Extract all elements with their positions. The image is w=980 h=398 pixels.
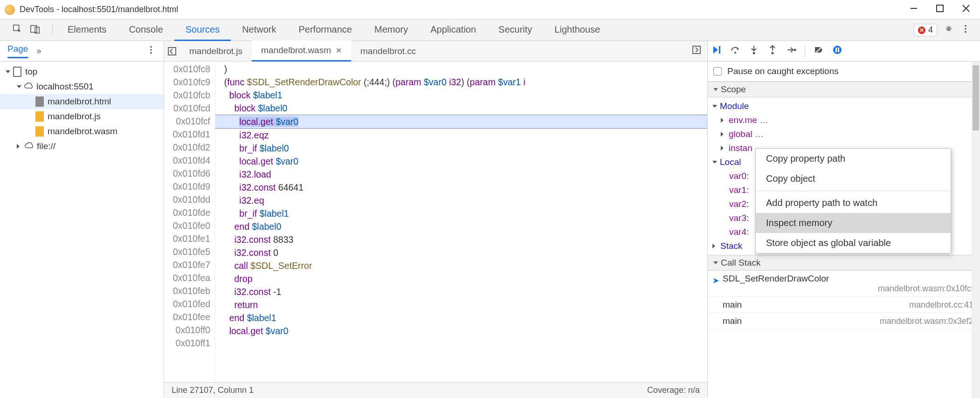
panel-tab-security[interactable]: Security [487,20,543,41]
scope-row[interactable]: Module [710,99,978,113]
context-menu-item[interactable]: Store object as global variable [756,233,951,253]
step-out-icon[interactable] [767,45,778,57]
editor-pane: mandelbrot.jsmandelbrot.wasm✕mandelbrot.… [164,41,708,398]
panel-tabs: ElementsConsoleSourcesNetworkPerformance… [56,20,611,41]
tree-item[interactable]: top [0,64,164,79]
code-editor[interactable]: 0x010fc8 0x010fc9 0x010fcb 0x010fcd 0x01… [164,62,707,382]
minimize-icon[interactable] [910,5,918,14]
file-icon [35,96,44,107]
code-line[interactable]: local.get $var0 [215,155,707,168]
tree-item[interactable]: mandelbrot.wasm [0,124,164,139]
maximize-icon[interactable] [936,5,944,14]
code-line[interactable]: block $label1 [215,89,707,102]
context-menu-item[interactable]: Copy property path [756,149,951,169]
scope-row[interactable]: env.me … [710,113,978,127]
code-line[interactable]: end $label1 [215,311,707,324]
navigator-menu-icon[interactable] [146,45,156,57]
step-icon[interactable] [786,45,796,57]
cloud-icon [24,82,33,92]
code-line[interactable]: i32.eqz [215,129,707,142]
code-line[interactable]: call $SDL_SetError [215,259,707,272]
svg-point-13 [150,52,152,54]
svg-point-11 [150,46,152,48]
pause-on-exceptions-row[interactable]: Pause on caught exceptions [708,62,980,82]
devtools-tabstrip: ElementsConsoleSourcesNetworkPerformance… [0,20,980,41]
editor-tab[interactable]: mandelbrot.js [180,41,252,62]
code-line[interactable]: (func $SDL_SetRenderDrawColor (;444;) (p… [215,75,707,89]
svg-rect-16 [719,46,720,54]
app-icon [5,5,15,15]
right-scrollbar[interactable] [972,62,980,398]
scope-row[interactable]: global … [710,127,978,141]
more-icon[interactable] [960,24,971,36]
chevron-right-icon [721,146,726,151]
panel-tab-console[interactable]: Console [117,20,174,41]
svg-rect-5 [31,26,37,33]
resume-icon[interactable] [711,45,722,57]
navigator-more-tabs-icon[interactable]: » [36,46,41,56]
tree-item[interactable]: mandelbrot.js [0,109,164,124]
code-line[interactable]: i32.const 64641 [215,181,707,194]
tab-close-icon[interactable]: ✕ [336,46,342,55]
panel-tab-network[interactable]: Network [231,20,287,41]
window-title: DevTools - localhost:5501/mandelbrot.htm… [20,5,178,14]
context-menu-item[interactable]: Inspect memory [756,213,951,233]
frame-location: mandelbrot.wasm:0x3ef2 [880,316,973,326]
error-dot-icon: ✕ [918,27,925,34]
svg-point-8 [965,25,966,27]
code-line[interactable]: block $label0 [215,102,707,115]
file-icon [35,111,44,122]
editor-tab[interactable]: mandelbrot.wasm✕ [252,41,351,62]
context-menu-item[interactable]: Add property path to watch [756,193,951,213]
code-lines[interactable]: ) (func $SDL_SetRenderDrawColor (;444;) … [215,62,707,382]
callstack-frame[interactable]: mainmandelbrot.wasm:0x3ef2 [708,313,980,329]
editor-nav-back-icon[interactable] [164,47,180,55]
tree-item[interactable]: localhost:5501 [0,79,164,94]
panel-tab-memory[interactable]: Memory [363,20,419,41]
code-line[interactable]: ) [215,62,707,75]
code-line[interactable]: end $label0 [215,220,707,233]
code-line[interactable]: return [215,298,707,311]
panel-tab-elements[interactable]: Elements [56,20,117,41]
step-over-icon[interactable] [730,45,740,57]
device-toolbar-icon[interactable] [30,24,40,36]
code-line[interactable]: drop [215,272,707,285]
checkbox-icon[interactable] [713,67,722,75]
scroll-thumb[interactable] [973,65,979,130]
panel-tab-lighthouse[interactable]: Lighthouse [543,20,611,41]
settings-icon[interactable] [944,24,954,36]
tree-item[interactable]: mandelbrot.html [0,94,164,109]
close-icon[interactable] [962,5,970,14]
code-line[interactable]: br_if $label1 [215,207,707,220]
callstack-header[interactable]: Call Stack [708,255,980,271]
code-line[interactable]: local.get $var0 [215,324,707,337]
tree-item[interactable]: file:// [0,139,164,154]
code-line[interactable]: i32.const 0 [215,246,707,259]
panel-tab-performance[interactable]: Performance [288,20,364,41]
error-badge[interactable]: ✕ 4 [914,24,937,36]
navigator-tab-page[interactable]: Page [7,44,28,58]
code-line[interactable]: local.get $var0 [215,115,707,129]
svg-point-12 [150,49,152,51]
svg-point-18 [753,52,755,55]
callstack-frame[interactable]: ➤SDL_SetRenderDrawColormandelbrot.wasm:0… [708,271,980,297]
scope-header[interactable]: Scope [708,82,980,97]
step-into-icon[interactable] [749,45,759,57]
editor-nav-forward-icon[interactable] [686,46,707,56]
deactivate-breakpoints-icon[interactable] [814,45,824,57]
context-menu-item[interactable]: Copy object [756,169,951,189]
callstack-frame[interactable]: mainmandelbrot.cc:41 [708,297,980,313]
chevron-right-icon [721,118,726,123]
code-line[interactable]: i32.const 8833 [215,233,707,246]
code-line[interactable] [215,337,707,350]
svg-point-19 [772,52,774,55]
code-line[interactable]: br_if $label0 [215,142,707,155]
code-line[interactable]: i32.load [215,168,707,181]
editor-tab[interactable]: mandelbrot.cc [351,41,425,62]
pause-exceptions-icon[interactable] [832,45,842,57]
panel-tab-application[interactable]: Application [419,20,487,41]
panel-tab-sources[interactable]: Sources [174,20,231,41]
code-line[interactable]: i32.const -1 [215,285,707,298]
inspect-element-icon[interactable] [12,24,22,36]
code-line[interactable]: i32.eq [215,194,707,207]
